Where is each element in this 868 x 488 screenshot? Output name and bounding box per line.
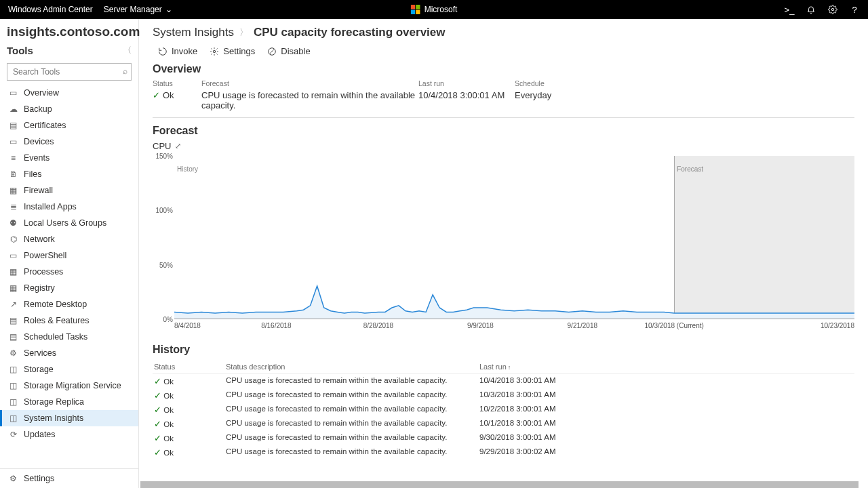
history-row[interactable]: ✓ OkCPU usage is forecasted to remain wi… bbox=[153, 417, 854, 431]
sidebar-item-local-users-groups[interactable]: ⚉Local Users & Groups bbox=[0, 215, 138, 231]
app-name: Windows Admin Center bbox=[8, 5, 93, 14]
sidebar-settings[interactable]: ⚙ Settings bbox=[0, 469, 138, 488]
nav-icon: ⟳ bbox=[8, 430, 18, 440]
svg-rect-2 bbox=[411, 10, 416, 15]
overview-forecast-value: CPU usage is forecasted to remain within… bbox=[201, 90, 418, 110]
sidebar-item-backup[interactable]: ☁Backup bbox=[0, 101, 138, 117]
nav-icon: ▤ bbox=[8, 316, 18, 326]
sidebar-item-scheduled-tasks[interactable]: ▤Scheduled Tasks bbox=[0, 329, 138, 345]
x-tick-label: 8/4/2018 bbox=[174, 322, 201, 329]
history-col-desc[interactable]: Status description bbox=[226, 363, 479, 371]
x-tick-label: 10/23/2018 bbox=[821, 322, 854, 329]
host-name: insights.contoso.com bbox=[0, 19, 138, 42]
sidebar: insights.contoso.com Tools 〈 ⌕ ▭Overview… bbox=[0, 19, 139, 488]
overview-status-label: Status bbox=[153, 79, 201, 87]
tools-heading: Tools bbox=[7, 45, 33, 56]
check-icon: ✓ bbox=[154, 433, 161, 443]
sidebar-item-storage-migration-service[interactable]: ◫Storage Migration Service bbox=[0, 378, 138, 394]
main-pane: System Insights 〉 CPU capacity forecasti… bbox=[139, 19, 868, 488]
shell-icon[interactable]: >_ bbox=[784, 4, 795, 15]
context-dropdown[interactable]: Server Manager ⌄ bbox=[104, 5, 172, 14]
y-tick-label: 100% bbox=[155, 207, 173, 214]
nav-icon: ▭ bbox=[8, 251, 18, 261]
help-icon[interactable]: ? bbox=[849, 4, 860, 15]
sidebar-item-roles-features[interactable]: ▤Roles & Features bbox=[0, 312, 138, 329]
svg-rect-1 bbox=[416, 5, 420, 9]
sidebar-item-network[interactable]: ⌬Network bbox=[0, 231, 138, 247]
sidebar-item-devices[interactable]: ▭Devices bbox=[0, 134, 138, 150]
chevron-down-icon: ⌄ bbox=[163, 5, 172, 14]
breadcrumb-parent[interactable]: System Insights bbox=[153, 26, 234, 39]
check-icon: ✓ bbox=[154, 405, 161, 415]
sidebar-item-services[interactable]: ⚙Services bbox=[0, 345, 138, 361]
check-icon: ✓ bbox=[154, 376, 161, 386]
sort-asc-icon: ↑ bbox=[508, 364, 511, 371]
overview-schedule-label: Schedule bbox=[515, 79, 616, 87]
sidebar-item-processes[interactable]: ▦Processes bbox=[0, 264, 138, 280]
y-tick-label: 0% bbox=[163, 316, 173, 323]
gear-icon: ⚙ bbox=[8, 474, 18, 484]
check-icon: ✓ bbox=[154, 447, 161, 458]
nav-icon: ◫ bbox=[8, 397, 18, 407]
settings-icon[interactable] bbox=[827, 4, 838, 15]
nav-icon: 🗎 bbox=[8, 169, 18, 180]
invoke-button[interactable]: Invoke bbox=[158, 46, 197, 56]
nav-icon: ◫ bbox=[8, 365, 18, 375]
disable-button[interactable]: Disable bbox=[267, 46, 310, 56]
nav-icon: ⚙ bbox=[8, 348, 18, 359]
sidebar-item-system-insights[interactable]: ◫System Insights bbox=[0, 410, 138, 426]
history-row[interactable]: ✓ OkCPU usage is forecasted to remain wi… bbox=[153, 374, 854, 388]
overview-lastrun-value: 10/4/2018 3:00:01 AM bbox=[418, 90, 515, 100]
breadcrumb: System Insights 〉 CPU capacity forecasti… bbox=[153, 26, 854, 39]
nav-icon: ⚉ bbox=[8, 218, 18, 228]
invoke-icon bbox=[158, 47, 167, 56]
history-col-lastrun[interactable]: Last run↑ bbox=[479, 363, 615, 371]
sidebar-item-installed-apps[interactable]: ≣Installed Apps bbox=[0, 199, 138, 215]
nav-icon: ▦ bbox=[8, 283, 18, 293]
topbar: Windows Admin Center Server Manager ⌄ Mi… bbox=[0, 0, 868, 19]
history-heading: History bbox=[153, 344, 854, 356]
history-col-status[interactable]: Status bbox=[153, 363, 226, 371]
x-tick-label: 9/9/2018 bbox=[467, 322, 494, 329]
history-row[interactable]: ✓ OkCPU usage is forecasted to remain wi… bbox=[153, 403, 854, 417]
nav-list: ▭Overview☁Backup▤Certificates▭Devices≡Ev… bbox=[0, 85, 138, 468]
chevron-right-icon: 〉 bbox=[239, 26, 248, 39]
x-tick-label: 9/21/2018 bbox=[568, 322, 598, 329]
search-tools-input[interactable] bbox=[7, 63, 132, 81]
x-tick-label: 10/3/2018 (Current) bbox=[645, 322, 704, 329]
history-row[interactable]: ✓ OkCPU usage is forecasted to remain wi… bbox=[153, 431, 854, 445]
overview-schedule-value: Everyday bbox=[515, 90, 616, 100]
search-icon: ⌕ bbox=[123, 66, 127, 76]
horizontal-scrollbar[interactable] bbox=[140, 481, 859, 488]
collapse-sidebar-icon[interactable]: 〈 bbox=[123, 45, 132, 56]
command-bar: Invoke Settings Disable bbox=[158, 46, 854, 56]
sidebar-item-storage-replica[interactable]: ◫Storage Replica bbox=[0, 394, 138, 410]
sidebar-item-firewall[interactable]: ▦Firewall bbox=[0, 182, 138, 199]
overview-lastrun-label: Last run bbox=[418, 79, 515, 87]
nav-icon: ≣ bbox=[8, 202, 18, 212]
nav-icon: ⌬ bbox=[8, 235, 18, 245]
sidebar-item-registry[interactable]: ▦Registry bbox=[0, 280, 138, 296]
history-row[interactable]: ✓ OkCPU usage is forecasted to remain wi… bbox=[153, 388, 854, 403]
history-row[interactable]: ✓ OkCPU usage is forecasted to remain wi… bbox=[153, 445, 854, 460]
sidebar-item-remote-desktop[interactable]: ↗Remote Desktop bbox=[0, 296, 138, 312]
notifications-icon[interactable] bbox=[806, 4, 816, 15]
overview-heading: Overview bbox=[153, 63, 854, 75]
sidebar-item-files[interactable]: 🗎Files bbox=[0, 166, 138, 182]
popout-icon[interactable]: ⤢ bbox=[175, 142, 181, 150]
nav-icon: ▤ bbox=[8, 121, 18, 131]
y-tick-label: 150% bbox=[155, 152, 173, 160]
nav-icon: ▤ bbox=[8, 332, 18, 342]
sidebar-item-powershell[interactable]: ▭PowerShell bbox=[0, 247, 138, 264]
settings-button[interactable]: Settings bbox=[210, 46, 255, 56]
sidebar-item-storage[interactable]: ◫Storage bbox=[0, 361, 138, 378]
sidebar-item-overview[interactable]: ▭Overview bbox=[0, 85, 138, 101]
sidebar-item-updates[interactable]: ⟳Updates bbox=[0, 426, 138, 443]
nav-icon: ≡ bbox=[8, 153, 18, 163]
sidebar-item-certificates[interactable]: ▤Certificates bbox=[0, 117, 138, 134]
gear-icon bbox=[210, 47, 219, 56]
forecast-heading: Forecast bbox=[153, 125, 854, 137]
overview-forecast-label: Forecast bbox=[201, 79, 418, 87]
svg-point-5 bbox=[214, 50, 216, 53]
sidebar-item-events[interactable]: ≡Events bbox=[0, 150, 138, 166]
